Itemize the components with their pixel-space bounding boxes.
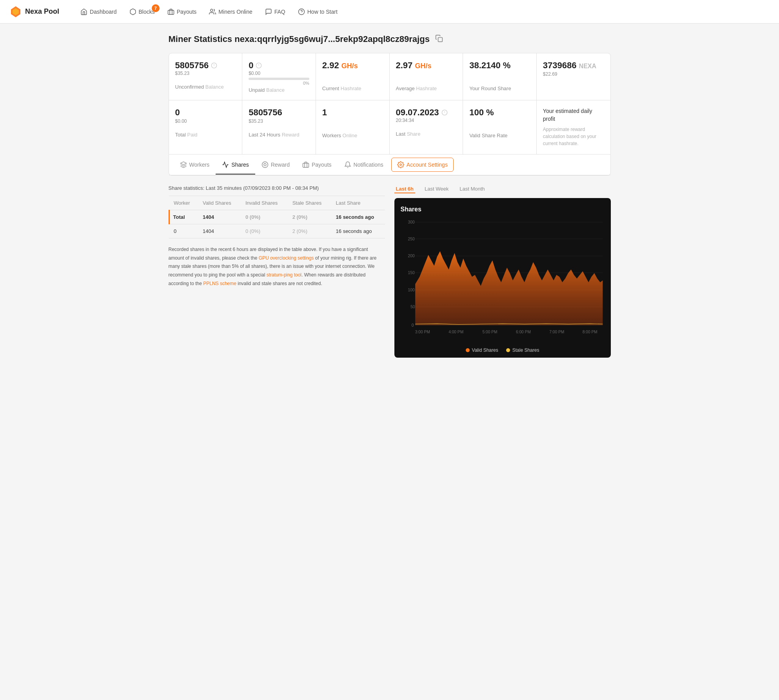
- last-share-date: 09.07.2023: [396, 107, 439, 118]
- shares-tab-icon: [222, 161, 229, 168]
- nav-item-dashboard[interactable]: Dashboard: [75, 5, 122, 18]
- last-share-label: Last Share: [396, 131, 457, 137]
- nav-label-how-to-start: How to Start: [307, 9, 338, 15]
- navbar: Nexa Pool Dashboard Blocks 7 Payouts Min…: [0, 0, 779, 24]
- svg-text:7:00 PM: 7:00 PM: [549, 330, 564, 334]
- table-row: 0 1404 0 (0%) 2 (0%) 16 seconds ago: [169, 224, 385, 238]
- total-stale-shares: 2 (0%): [288, 210, 331, 224]
- help-icon: [298, 8, 305, 15]
- nav-item-faq[interactable]: FAQ: [260, 5, 291, 18]
- workers-online-label: Workers Online: [322, 133, 383, 138]
- tab-shares-label: Shares: [231, 162, 249, 168]
- current-hashrate-value: 2.92: [322, 60, 339, 70]
- tab-payouts[interactable]: Payouts: [296, 156, 338, 175]
- unconfirmed-label: Unconfirmed Balance: [175, 84, 236, 90]
- nav-label-dashboard: Dashboard: [90, 9, 117, 15]
- tab-account-settings-label: Account Settings: [407, 162, 448, 168]
- chart-title: Shares: [401, 206, 605, 213]
- logo[interactable]: Nexa Pool: [9, 5, 59, 18]
- nav-label-faq: FAQ: [274, 9, 285, 15]
- stat-nexa: 3739686 NEXA $22.69: [537, 53, 610, 100]
- gpu-overclocking-link[interactable]: GPU overclocking settings: [259, 255, 314, 261]
- tab-notifications[interactable]: Notifications: [338, 156, 390, 175]
- stat-total-paid: 0 $0.00 Total Paid: [169, 100, 243, 154]
- tabs: Workers Shares Reward Payouts Notificati…: [169, 155, 610, 175]
- faq-icon: [265, 8, 272, 15]
- tab-account-settings[interactable]: Account Settings: [391, 158, 454, 172]
- svg-text:50: 50: [410, 305, 415, 309]
- shares-chart-svg: 300 250 200 150 100 50 0: [401, 218, 605, 343]
- row0-stale-shares: 2 (0%): [288, 224, 331, 238]
- page-title: Miner Statistics nexa:qqrrlyjg5sg6wuj7..…: [169, 34, 430, 44]
- right-panel: Last 6h Last Week Last Month Shares 300 …: [394, 185, 611, 358]
- svg-text:5:00 PM: 5:00 PM: [482, 330, 497, 334]
- stats-grid: 5805756 $35.23 Unconfirmed Balance 0 $0.…: [169, 53, 611, 155]
- col-worker: Worker: [169, 196, 198, 210]
- nav-item-how-to-start[interactable]: How to Start: [292, 5, 343, 18]
- stat-current-hashrate: 2.92 GH/s Current Hashrate: [316, 53, 390, 100]
- nav-item-miners-online[interactable]: Miners Online: [203, 5, 258, 18]
- blocks-badge: 7: [152, 4, 160, 12]
- share-stats-title: Share statistics: Last 35 minutes (07/09…: [169, 185, 385, 191]
- app-name: Nexa Pool: [25, 7, 59, 16]
- total-valid-shares: 1404: [198, 210, 241, 224]
- tab-reward[interactable]: Reward: [255, 156, 296, 175]
- info-icon-unconfirmed[interactable]: [211, 62, 217, 69]
- stat-round-share: 38.2140 % Your Round Share: [463, 53, 537, 100]
- nav-label-payouts: Payouts: [177, 9, 197, 15]
- stratum-ping-link[interactable]: stratum-ping tool: [267, 272, 301, 278]
- last24h-value: 5805756: [249, 107, 309, 118]
- row0-last-share: 16 seconds ago: [331, 224, 385, 238]
- svg-text:250: 250: [408, 237, 414, 241]
- total-paid-label: Total Paid: [175, 132, 236, 138]
- home-icon: [80, 8, 87, 15]
- svg-point-19: [400, 164, 402, 166]
- gear-icon: [397, 161, 404, 168]
- stat-unconfirmed: 5805756 $35.23 Unconfirmed Balance: [169, 53, 243, 100]
- round-share-value: 38.2140 %: [469, 60, 530, 71]
- chart-tab-last-week[interactable]: Last Week: [423, 185, 450, 193]
- unpaid-usd: $0.00: [249, 71, 309, 76]
- main-content: Miner Statistics nexa:qqrrlyjg5sg6wuj7..…: [162, 24, 617, 367]
- table-header-row: Worker Valid Shares Invalid Shares Stale…: [169, 196, 385, 210]
- stat-average-hashrate: 2.97 GH/s Average Hashrate: [390, 53, 463, 100]
- nav-item-payouts[interactable]: Payouts: [162, 5, 202, 18]
- copy-icon: [435, 35, 443, 42]
- pplns-scheme-link[interactable]: PPLNS scheme: [203, 281, 236, 286]
- svg-text:6:00 PM: 6:00 PM: [516, 330, 530, 334]
- row0-valid-shares: 1404: [198, 224, 241, 238]
- nav-item-blocks[interactable]: Blocks 7: [124, 5, 160, 18]
- tab-workers[interactable]: Workers: [174, 156, 216, 175]
- workers-tab-icon: [180, 161, 187, 168]
- info-icon-unpaid[interactable]: [256, 62, 262, 69]
- tab-payouts-label: Payouts: [312, 162, 332, 168]
- svg-point-17: [264, 164, 266, 166]
- svg-text:100: 100: [408, 288, 414, 292]
- payouts-icon: [167, 8, 174, 15]
- chart-tab-last-month[interactable]: Last Month: [458, 185, 486, 193]
- chart-tabs: Last 6h Last Week Last Month: [394, 185, 611, 193]
- tab-shares[interactable]: Shares: [216, 156, 255, 175]
- chart-tab-last6h[interactable]: Last 6h: [394, 185, 416, 193]
- svg-point-3: [211, 9, 213, 11]
- unpaid-progress-label: 0%: [249, 81, 309, 85]
- last24h-usd: $35.23: [249, 118, 309, 124]
- page-header: Miner Statistics nexa:qqrrlyjg5sg6wuj7..…: [169, 33, 611, 45]
- chart-container: Shares 300 250 200 150 100 50: [394, 198, 611, 358]
- copy-address-button[interactable]: [434, 33, 445, 45]
- current-hashrate-label: Current Hashrate: [322, 85, 383, 91]
- last-share-time: 20:34:34: [396, 118, 457, 123]
- share-table: Worker Valid Shares Invalid Shares Stale…: [169, 196, 385, 238]
- stat-workers-online: 1 Workers Online: [316, 100, 390, 154]
- chart-area: 300 250 200 150 100 50 0: [401, 218, 605, 344]
- nexa-label-currency: NEXA: [579, 63, 596, 69]
- svg-rect-2: [168, 10, 174, 15]
- svg-point-16: [262, 162, 268, 167]
- valid-share-rate-label: Valid Share Rate: [469, 133, 530, 138]
- total-invalid-shares: 0 (0%): [241, 210, 288, 224]
- stat-daily-profit: Your estimated daily profit Approximate …: [537, 100, 610, 154]
- col-stale-shares: Stale Shares: [288, 196, 331, 210]
- info-icon-last-share[interactable]: [441, 109, 448, 116]
- svg-text:0: 0: [411, 323, 414, 327]
- left-panel: Share statistics: Last 35 minutes (07/09…: [169, 185, 385, 288]
